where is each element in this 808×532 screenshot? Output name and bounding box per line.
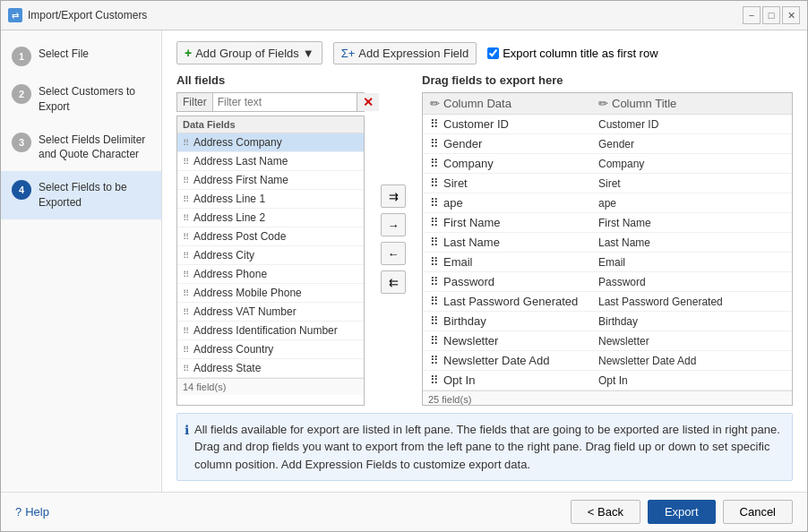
right-list-item[interactable]: ⠿Customer ID Customer ID (423, 115, 792, 134)
pencil-icon: ✏ (430, 97, 440, 110)
drag-icon: ⠿ (183, 176, 189, 185)
right-list-item[interactable]: ⠿Siret Siret (423, 174, 792, 193)
list-item[interactable]: ⠿ Address First Name (177, 171, 364, 190)
right-list-item[interactable]: ⠿Opt In Opt In (423, 371, 792, 390)
right-item-title: Customer ID (598, 118, 785, 131)
add-expression-button[interactable]: Σ+ Add Expression Field (333, 42, 477, 64)
list-item[interactable]: ⠿ Address Phone (177, 265, 364, 284)
add-group-label: Add Group of Fields (195, 47, 299, 60)
right-list-item[interactable]: ⠿Last Name Last Name (423, 233, 792, 253)
drag-icon: ⠿ (430, 157, 439, 170)
right-list-item[interactable]: ⠿Last Password Generated Last Password G… (423, 292, 792, 312)
list-item-text: Address Post Code (193, 230, 286, 243)
left-panel-title: All fields (176, 73, 365, 87)
list-item[interactable]: ⠿ Address Identification Number (177, 322, 364, 340)
transfer-buttons: ⇉ → ← ⇇ (375, 73, 411, 406)
left-list-container: Data Fields ⠿ Address Company ⠿ Address … (176, 116, 365, 406)
help-link[interactable]: ? Help (15, 505, 49, 519)
right-item-data: ⠿Newsletter Date Add (430, 354, 591, 367)
right-item-title: Newsletter (598, 335, 785, 348)
list-item[interactable]: ⠿ Address Last Name (177, 152, 364, 171)
list-item-text: Address Line 1 (193, 193, 265, 205)
list-item[interactable]: ⠿ Address City (177, 246, 364, 265)
step-3[interactable]: 3 Select Fields Delimiter and Quote Char… (1, 124, 161, 172)
drag-icon: ⠿ (183, 364, 189, 373)
list-item[interactable]: ⠿ Address Post Code (177, 227, 364, 246)
drag-icon: ⠿ (430, 176, 439, 190)
list-item-text: Address First Name (193, 174, 288, 186)
drag-icon: ⠿ (183, 307, 189, 317)
transfer-all-left-button[interactable]: ⇇ (381, 270, 406, 294)
step-1-label: Select File (39, 47, 89, 62)
right-list-item[interactable]: ⠿Gender Gender (423, 134, 792, 154)
list-item[interactable]: ⠿ Address State (177, 359, 364, 378)
panels-area: All fields Filter ✕ Data Fields ⠿ Addres… (176, 73, 793, 406)
list-item-text: Address City (193, 249, 254, 262)
footer: ? Help < Back Export Cancel (1, 492, 807, 531)
export-col-title-checkbox-label[interactable]: Export column title as first row (487, 47, 658, 60)
step-4[interactable]: 4 Select Fields to be Exported (1, 171, 161, 219)
export-col-title-checkbox[interactable] (487, 47, 499, 59)
export-button[interactable]: Export (648, 500, 716, 524)
right-list-item[interactable]: ⠿Birthday Birthday (423, 312, 792, 331)
maximize-button[interactable]: □ (762, 6, 780, 24)
drag-icon: ⠿ (430, 255, 439, 269)
step-4-num: 4 (12, 180, 31, 200)
info-text: All fields available for export are list… (194, 421, 785, 474)
right-list-footer: 25 field(s) (423, 390, 792, 405)
right-list-item[interactable]: ⠿Password Password (423, 272, 792, 292)
drag-icon: ⠿ (430, 354, 439, 367)
step-1[interactable]: 1 Select File (1, 38, 161, 75)
right-list-item[interactable]: ⠿First Name First Name (423, 213, 792, 233)
cancel-button[interactable]: Cancel (723, 500, 793, 524)
transfer-right-button[interactable]: → (381, 213, 406, 236)
list-item-text: Address Identification Number (193, 324, 338, 337)
drag-icon: ⠿ (430, 117, 439, 131)
right-item-title: Opt In (598, 374, 785, 387)
transfer-left-button[interactable]: ← (381, 242, 406, 265)
right-list-item[interactable]: ⠿Newsletter Date Add Newsletter Date Add (423, 351, 792, 371)
list-item-text: Address Country (193, 343, 273, 356)
right-item-title: Password (598, 276, 785, 288)
col-data-header: ✏ Column Data (430, 97, 591, 110)
drag-icon: ⠿ (430, 295, 439, 308)
add-group-button[interactable]: + Add Group of Fields ▼ (176, 41, 322, 64)
step-2[interactable]: 2 Select Customers to Export (1, 75, 161, 124)
list-item[interactable]: ⠿ Address VAT Number (177, 303, 364, 322)
right-item-title: Last Password Generated (598, 296, 785, 308)
filter-input[interactable] (213, 93, 357, 111)
drag-icon: ⠿ (183, 194, 189, 204)
right-list-item[interactable]: ⠿Email Email (423, 253, 792, 272)
drag-icon: ⠿ (183, 326, 189, 336)
list-item[interactable]: ⠿ Address Country (177, 340, 364, 359)
drag-icon: ⠿ (183, 138, 189, 148)
list-item[interactable]: ⠿ Address Line 1 (177, 190, 364, 209)
right-list-item[interactable]: ⠿Newsletter Newsletter (423, 331, 792, 351)
right-list-item[interactable]: ⠿Company Company (423, 154, 792, 174)
right-panel-header: ✏ Column Data ✏ Column Title (423, 93, 792, 115)
list-item[interactable]: ⠿ Address Mobile Phone (177, 284, 364, 303)
list-item[interactable]: ⠿ Address Company (177, 133, 364, 152)
minimize-button[interactable]: − (743, 6, 761, 24)
list-item[interactable]: ⠿ Address Line 2 (177, 209, 364, 227)
close-button[interactable]: ✕ (782, 6, 800, 24)
right-item-data: ⠿Email (430, 255, 591, 269)
dropdown-arrow-icon: ▼ (303, 47, 314, 60)
transfer-all-right-button[interactable]: ⇉ (381, 184, 406, 208)
right-item-title: Email (598, 256, 785, 269)
filter-row: Filter ✕ (176, 92, 365, 112)
back-button[interactable]: < Back (571, 500, 640, 524)
right-item-data: ⠿Opt In (430, 373, 591, 387)
list-item-text: Address Company (193, 136, 282, 149)
right-item-title: First Name (598, 217, 785, 229)
drag-icon: ⠿ (183, 288, 189, 298)
right-list: ⠿Customer ID Customer ID ⠿Gender Gender … (423, 115, 792, 405)
right-item-title: Birthday (598, 315, 785, 328)
right-item-title: Siret (598, 177, 785, 190)
list-item-text: Address Phone (193, 268, 267, 280)
plus-icon: + (185, 46, 192, 60)
right-item-title: Newsletter Date Add (598, 355, 785, 367)
right-list-item[interactable]: ⠿ape ape (423, 193, 792, 213)
step-1-num: 1 (12, 47, 31, 66)
right-item-title: ape (598, 197, 785, 210)
